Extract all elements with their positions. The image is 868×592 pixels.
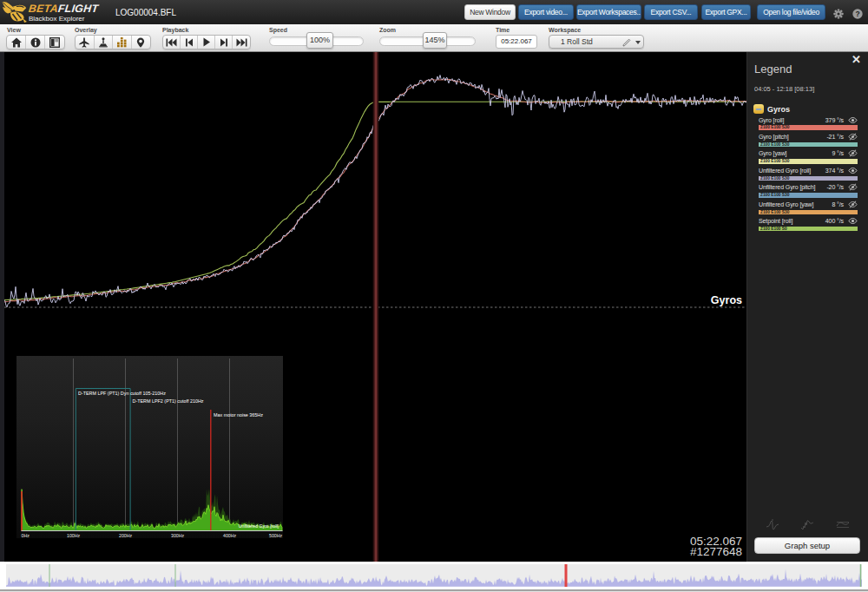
svg-text:Gyros: Gyros	[711, 294, 742, 306]
svg-text:Unfiltered Gyro [roll]: Unfiltered Gyro [roll]	[239, 523, 279, 529]
svg-text:400Hz: 400Hz	[223, 533, 236, 538]
svg-text:D-TERM LPF2 (PT1) cutoff 210Hz: D-TERM LPF2 (PT1) cutoff 210Hz	[133, 398, 204, 404]
svg-text:?: ?	[855, 10, 859, 18]
svg-text:100Hz: 100Hz	[67, 533, 80, 538]
svg-text:500Hz: 500Hz	[269, 533, 282, 538]
svg-text:D-TERM LPF (PT1) Dyn cutoff 10: D-TERM LPF (PT1) Dyn cutoff 105-210Hz	[78, 391, 166, 396]
svg-text:200Hz: 200Hz	[119, 533, 132, 538]
svg-text:Max motor noise 365Hz: Max motor noise 365Hz	[214, 412, 263, 418]
svg-text:0Hz: 0Hz	[22, 533, 30, 538]
svg-text:300Hz: 300Hz	[171, 533, 184, 538]
